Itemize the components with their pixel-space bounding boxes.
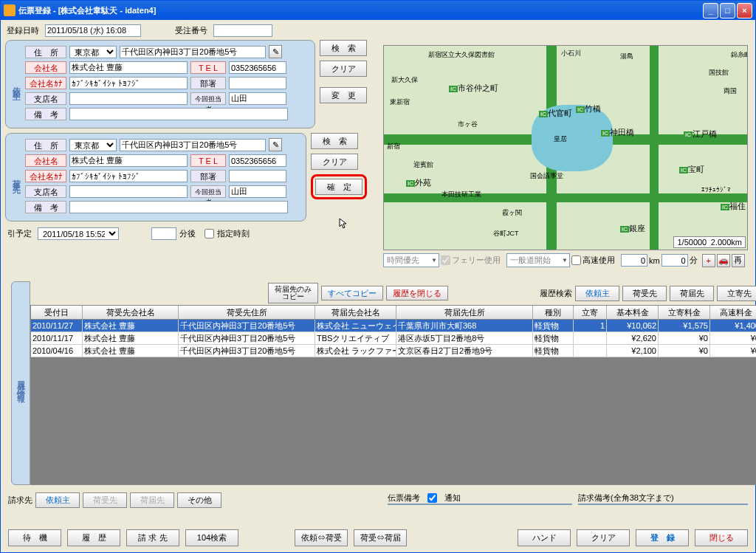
wait-button[interactable]: 待 機 <box>8 529 61 546</box>
rcv-tel-field[interactable] <box>229 154 286 167</box>
rcv-pref-select[interactable]: 東京都 <box>69 139 117 151</box>
pickup-spec-checkbox[interactable] <box>205 229 214 238</box>
map-label: 福住 <box>729 202 746 210</box>
req-addr-field[interactable] <box>120 46 266 58</box>
search104-button[interactable]: 104検索 <box>185 529 238 546</box>
map-view[interactable]: 新宿区立大久保図書館 新大久保 東新宿 新宿 国技館 両国 IC市谷仲之町 市ヶ… <box>383 45 748 250</box>
notify-label: 通知 <box>444 492 461 504</box>
bill-deliver-button[interactable]: 荷届先 <box>130 492 174 508</box>
rcv-addr-edit-icon[interactable]: ✎ <box>269 138 282 151</box>
rcv-comp-field[interactable] <box>69 154 188 167</box>
requester-section-label: 依頼主 <box>9 44 24 125</box>
history-section-label: 履歴情報 <box>11 281 30 485</box>
order-no-field[interactable] <box>213 24 272 37</box>
map-recalc-icon[interactable]: 再 <box>732 254 745 267</box>
req-dept-field[interactable] <box>229 77 286 89</box>
rcv-confirm-button[interactable]: 確 定 <box>315 179 362 195</box>
map-label: 両国 <box>724 86 737 96</box>
rcv-addr-field[interactable] <box>120 139 266 151</box>
footer-close-button[interactable]: 閉じる <box>695 529 748 546</box>
km-unit: km <box>649 256 660 265</box>
map-add-icon[interactable]: + <box>702 254 715 267</box>
table-row[interactable]: 2010/11/17株式会社 豊藤千代田区内神田3丁目20番地5号TBSクリエイ… <box>31 332 756 345</box>
filter-receiver[interactable]: 荷受先 <box>622 286 667 301</box>
reg-dt-field[interactable] <box>45 24 141 37</box>
map-label: 江戸橋 <box>693 129 717 138</box>
table-row[interactable]: 2010/04/16株式会社 豊藤千代田区内神田3丁目20番地5号株式会社 ラッ… <box>31 345 756 357</box>
col-dlv-addr[interactable]: 荷届先住所 <box>396 306 533 319</box>
billto-button[interactable]: 請 求 先 <box>126 529 179 546</box>
col-type[interactable]: 種別 <box>533 306 574 319</box>
req-tel-field[interactable] <box>229 61 286 74</box>
col-cnt[interactable]: 立寄 <box>574 306 607 319</box>
highway-checkbox[interactable] <box>571 255 581 265</box>
highway-label: 高速使用 <box>583 255 615 266</box>
col-rcv-addr[interactable]: 荷受先住所 <box>179 306 315 319</box>
req-change-button[interactable]: 変 更 <box>320 87 367 103</box>
min-field[interactable] <box>662 254 688 267</box>
req-dept-label: 部署 <box>190 77 226 89</box>
req-pic-field[interactable] <box>229 92 286 105</box>
notify-checkbox[interactable] <box>427 493 437 503</box>
rcv-branch-field[interactable] <box>69 185 188 198</box>
history-button[interactable]: 履 歴 <box>67 529 120 546</box>
confirm-highlight: 確 定 <box>311 174 367 199</box>
road-start-select[interactable]: 一般道開始 <box>506 253 570 267</box>
pickup-dt-select[interactable]: 2011/05/18 15:52 <box>38 227 119 240</box>
close-button[interactable]: × <box>737 3 752 18</box>
filter-stop[interactable]: 立寄先 <box>717 286 756 301</box>
map-label: 皇居 <box>554 134 567 144</box>
hand-button[interactable]: ハンド <box>518 529 571 546</box>
filter-requester[interactable]: 依頼主 <box>575 286 619 301</box>
filter-deliver[interactable]: 荷届先 <box>670 286 714 301</box>
maximize-button[interactable]: □ <box>720 3 735 18</box>
col-hwy-fee[interactable]: 高速料金 <box>710 306 756 319</box>
rcv-pic-field[interactable] <box>229 185 286 198</box>
map-label: 竹橋 <box>585 104 601 113</box>
req-remark-field[interactable] <box>69 108 288 120</box>
table-row[interactable]: 2010/11/27株式会社 豊藤千代田区内神田3丁目20番地5号株式会社 ニュ… <box>31 320 756 332</box>
col-stop-fee[interactable]: 立寄料金 <box>659 306 710 319</box>
rcv-clear-button[interactable]: クリア <box>311 154 358 170</box>
req-pref-select[interactable]: 東京都 <box>69 46 117 58</box>
swap1-button[interactable]: 依頼⇔荷受 <box>295 529 348 546</box>
rcv-kana-field[interactable] <box>69 170 188 182</box>
req-kana-field[interactable] <box>69 77 188 89</box>
bill-memo-textarea[interactable] <box>578 504 748 505</box>
req-search-button[interactable]: 検 索 <box>320 40 367 56</box>
rcv-search-button[interactable]: 検 索 <box>311 133 358 149</box>
rcv-remark-field[interactable] <box>69 201 288 213</box>
rcv-kana-label: 会社名ｶﾅ <box>25 170 66 182</box>
req-clear-button[interactable]: クリア <box>320 61 367 77</box>
pickup-min-field[interactable] <box>151 227 176 240</box>
register-button[interactable]: 登 録 <box>636 529 689 546</box>
footer-clear-button[interactable]: クリア <box>577 529 630 546</box>
col-dlv-comp[interactable]: 荷届先会社名 <box>315 306 396 319</box>
col-date[interactable]: 受付日 <box>31 306 83 319</box>
req-branch-field[interactable] <box>69 92 188 105</box>
copy-all-button[interactable]: すべてコピー <box>321 286 383 300</box>
col-rcv-comp[interactable]: 荷受先会社名 <box>83 306 179 319</box>
bill-other-button[interactable]: その他 <box>177 492 221 508</box>
col-base[interactable]: 基本料金 <box>607 306 659 319</box>
map-label: 神田橋 <box>610 128 634 137</box>
bill-memo-label: 請求備考(全角38文字まで) <box>578 492 748 504</box>
bill-receiver-button[interactable]: 荷受先 <box>83 492 127 508</box>
rcv-dept-field[interactable] <box>229 170 286 182</box>
bill-requester-button[interactable]: 依頼主 <box>35 492 80 508</box>
memo-textarea[interactable] <box>388 504 572 505</box>
close-history-button[interactable]: 履歴を閉じる <box>386 286 448 300</box>
order-no-label: 受注番号 <box>166 25 210 36</box>
req-comp-label: 会社名 <box>25 61 66 74</box>
map-vehicle-icon[interactable]: 🚗 <box>717 254 730 267</box>
minimize-button[interactable]: _ <box>703 3 718 18</box>
req-addr-edit-icon[interactable]: ✎ <box>269 45 282 58</box>
req-comp-field[interactable] <box>69 61 188 74</box>
copy-deliver-button[interactable]: 荷届先のみ コピー <box>268 283 318 303</box>
swap2-button[interactable]: 荷受⇔荷届 <box>354 529 407 546</box>
map-label: 銀座 <box>629 224 645 233</box>
pickup-spec-label: 指定時刻 <box>217 228 250 239</box>
km-field[interactable] <box>621 254 647 267</box>
map-label: 宝町 <box>688 165 704 174</box>
route-priority-select[interactable]: 時間優先 <box>383 253 439 267</box>
